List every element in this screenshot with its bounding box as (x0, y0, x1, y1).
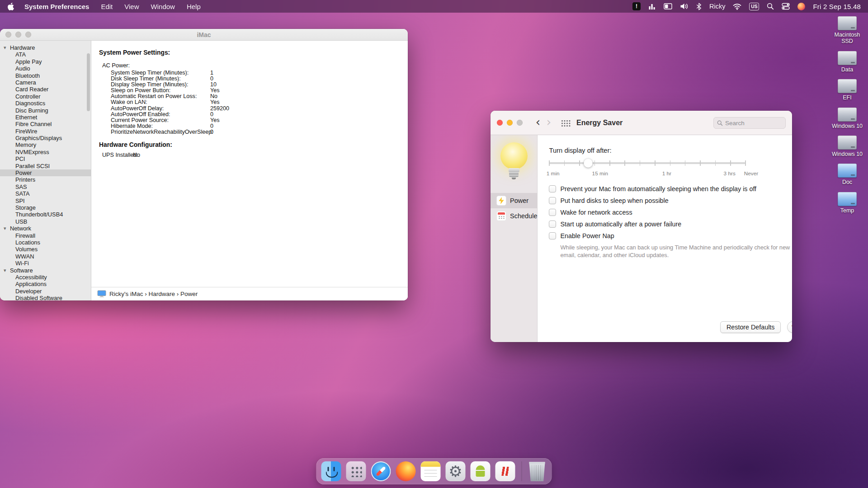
spotlight-menu-icon[interactable] (767, 3, 774, 10)
sidebar-item-ata[interactable]: ATA (0, 51, 91, 58)
dock-app-icon[interactable] (321, 461, 341, 481)
breadcrumb[interactable]: Ricky's iMac › Hardware › Power (109, 291, 198, 297)
wifi-menu-icon[interactable] (733, 3, 741, 10)
dock-item-system-preferences[interactable] (446, 461, 466, 481)
help-button[interactable]: ? (787, 321, 792, 333)
desktop-icon[interactable]: Doc (827, 164, 867, 185)
disclosure-triangle-icon[interactable] (4, 226, 9, 231)
sidebar-item-volumes[interactable]: Volumes (0, 246, 91, 253)
dock-item-finder[interactable] (321, 461, 341, 481)
sidebar-item-sas[interactable]: SAS (0, 183, 91, 190)
menu-item[interactable]: Edit (101, 3, 113, 10)
checkbox[interactable] (549, 232, 556, 239)
display-off-slider[interactable]: 1 min15 min1 hr3 hrsNever (549, 159, 745, 178)
energy-sidebar-item[interactable]: Schedule (491, 208, 537, 224)
sidebar-item-controller[interactable]: Controller (0, 93, 91, 100)
sidebar-item-parallel-scsi[interactable]: Parallel SCSI (0, 163, 91, 169)
menu-item[interactable]: View (124, 3, 139, 10)
sidebar-item-audio[interactable]: Audio (0, 65, 91, 72)
sidebar-group-software[interactable]: Software (0, 267, 91, 274)
energy-saver-toolbar[interactable]: Energy Saver (491, 111, 792, 135)
checkbox-row[interactable]: Prevent your Mac from automatically slee… (549, 185, 792, 193)
system-information-titlebar[interactable]: iMac (0, 29, 408, 41)
sidebar-item-sata[interactable]: SATA (0, 190, 91, 197)
forward-button[interactable] (543, 116, 554, 130)
search-field[interactable] (713, 117, 786, 129)
sidebar-item-firewall[interactable]: Firewall (0, 232, 91, 239)
display-off-slider-handle[interactable] (584, 159, 593, 168)
dock-app-icon[interactable] (471, 461, 491, 481)
sidebar-group-hardware[interactable]: Hardware (0, 44, 91, 51)
disclosure-triangle-icon[interactable] (4, 45, 9, 50)
sidebar-item-diagnostics[interactable]: Diagnostics (0, 100, 91, 107)
sidebar-item-developer[interactable]: Developer (0, 288, 91, 295)
disclosure-triangle-icon[interactable] (4, 268, 9, 273)
desktop-icon[interactable]: EFI (827, 79, 867, 101)
dock-item-parallels-desktop[interactable] (495, 461, 515, 481)
sidebar-item-locations[interactable]: Locations (0, 239, 91, 246)
sidebar-item-power[interactable]: Power (0, 169, 91, 176)
sidebar-item-nvmexpress[interactable]: NVMExpress (0, 149, 91, 155)
desktop-icon[interactable]: Windows 10 (827, 136, 867, 157)
checkbox-row[interactable]: Start up automatically after a power fai… (549, 220, 792, 229)
sidebar-item-applications[interactable]: Applications (0, 281, 91, 287)
stats-menu-icon[interactable] (648, 3, 656, 10)
sidebar-item-card-reader[interactable]: Card Reader (0, 86, 91, 93)
sidebar-item-printers[interactable]: Printers (0, 176, 91, 183)
desktop-icon[interactable]: Macintosh SSD (827, 16, 867, 45)
minimize-button[interactable] (15, 32, 21, 38)
sidebar-item-usb[interactable]: USB (0, 218, 91, 225)
alert-app-menu-icon[interactable] (632, 2, 641, 10)
control-center-menu-icon[interactable] (782, 3, 790, 10)
back-button[interactable] (533, 116, 543, 130)
checkbox-row[interactable]: Enable Power Nap (549, 232, 792, 240)
checkbox[interactable] (549, 197, 556, 204)
sidebar-item-spi[interactable]: SPI (0, 197, 91, 204)
dock-app-icon[interactable] (346, 461, 366, 481)
dock-item-safari[interactable] (371, 461, 391, 481)
sidebar-item-accessibility[interactable]: Accessibility (0, 274, 91, 281)
sidebar-item-wwan[interactable]: WWAN (0, 253, 91, 260)
sidebar-item-bluetooth[interactable]: Bluetooth (0, 72, 91, 79)
desktop-icon[interactable]: Windows 10 (827, 108, 867, 129)
zoom-button[interactable] (25, 32, 31, 38)
sidebar-item-camera[interactable]: Camera (0, 79, 91, 86)
menu-item[interactable]: Window (151, 3, 175, 10)
user-name-menu-item[interactable]: Ricky (709, 3, 725, 10)
sidebar-item-fibre-channel[interactable]: Fibre Channel (0, 121, 91, 127)
dock-app-icon[interactable] (495, 461, 515, 481)
desktop-icon[interactable]: Data (827, 51, 867, 73)
menu-item[interactable]: System Preferences (24, 3, 89, 10)
sidebar-item-memory[interactable]: Memory (0, 141, 91, 148)
input-source-menu-item[interactable]: US (749, 3, 759, 10)
menu-bar-clock[interactable]: Fri 2 Sep 15.48 (813, 3, 861, 10)
energy-sidebar-item[interactable]: Power (491, 193, 537, 208)
desktop-icon[interactable]: Temp (827, 192, 867, 214)
sidebar-item-disc-burning[interactable]: Disc Burning (0, 107, 91, 114)
search-input[interactable] (725, 120, 782, 127)
dock-item-android-file-transfer[interactable] (471, 461, 491, 481)
checkbox[interactable] (549, 221, 556, 228)
restore-defaults-button[interactable]: Restore Defaults (720, 321, 781, 333)
bluetooth-menu-icon[interactable] (696, 3, 702, 10)
sidebar-item-firewire[interactable]: FireWire (0, 128, 91, 135)
sidebar-item-disabled-software[interactable]: Disabled Software (0, 295, 91, 300)
checkbox[interactable] (549, 209, 556, 216)
dock-item-notes[interactable] (421, 461, 441, 481)
dock-app-icon[interactable] (421, 461, 441, 481)
dock-item-trash[interactable] (522, 461, 547, 481)
minimize-button[interactable] (507, 120, 513, 126)
siri-menu-icon[interactable] (797, 3, 805, 10)
sidebar-item-wi-fi[interactable]: Wi-Fi (0, 260, 91, 267)
close-button[interactable] (5, 32, 11, 38)
sidebar-scrollbar[interactable] (87, 53, 90, 111)
dock-item-firefox[interactable] (396, 461, 416, 481)
dock-app-icon[interactable] (396, 461, 416, 481)
sidebar-group-network[interactable]: Network (0, 225, 91, 232)
sidebar-item-pci[interactable]: PCI (0, 155, 91, 162)
sidebar-item-graphics-displays[interactable]: Graphics/Displays (0, 135, 91, 141)
zoom-button[interactable] (517, 120, 523, 126)
sidebar-item-thunderbolt-usb4[interactable]: Thunderbolt/USB4 (0, 211, 91, 218)
checkbox-row[interactable]: Wake for network access (549, 208, 792, 217)
slider-track[interactable] (549, 162, 745, 164)
